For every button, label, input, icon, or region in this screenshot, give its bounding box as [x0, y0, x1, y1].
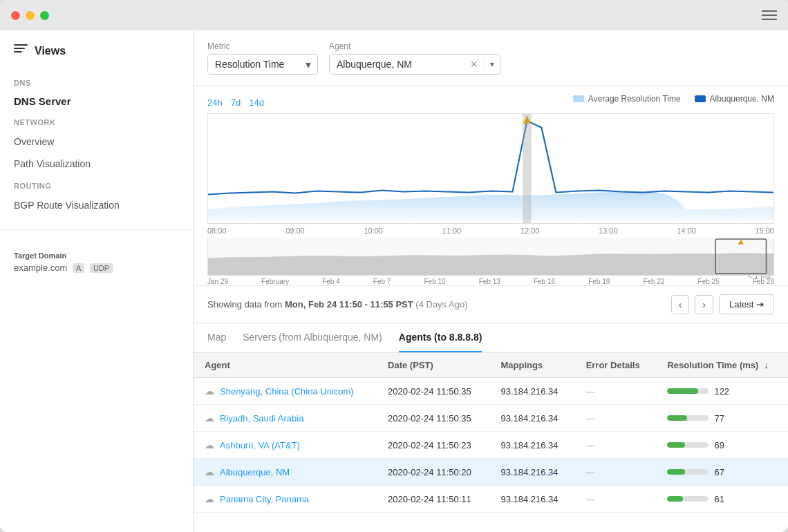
cell-agent-3: ☁ Albuquerque, NM	[194, 459, 377, 486]
mini-x-axis: Jan 29 February Feb 4 Feb 7 Feb 10 Feb 1…	[207, 276, 774, 285]
prev-page-button[interactable]: ‹	[671, 295, 690, 314]
time-controls: 24h 7d 14d	[207, 97, 264, 108]
tab-map[interactable]: Map	[207, 323, 226, 352]
bar-track-1	[667, 415, 709, 421]
target-domain-label: Target Domain	[14, 251, 179, 260]
agent-link-0[interactable]: ☁ Shenyang, China (China Unicom)	[205, 386, 366, 397]
controls-bar: Metric Resolution Time Agent ✕ ▾	[194, 30, 788, 86]
bar-value-2: 69	[714, 440, 724, 450]
main-content: Metric Resolution Time Agent ✕ ▾	[194, 30, 788, 532]
latest-button[interactable]: Latest ⇥	[719, 294, 774, 314]
pagination-bar: Showing data from Mon, Feb 24 11:50 - 11…	[194, 285, 788, 323]
cell-agent-0: ☁ Shenyang, China (China Unicom)	[194, 378, 377, 405]
cell-resolution-3: 67	[656, 459, 788, 486]
badge-a: A	[73, 263, 84, 273]
traffic-lights	[11, 11, 49, 20]
cloud-icon: ☁	[205, 466, 214, 477]
agent-name[interactable]: Albuquerque, NM	[220, 467, 290, 477]
table-header-row: Agent Date (PST) Mappings Error Details …	[194, 353, 788, 378]
svg-marker-3	[738, 239, 744, 245]
agent-link-4[interactable]: ☁ Panama City, Panama	[205, 493, 366, 504]
time-7d[interactable]: 7d	[231, 97, 241, 108]
bar-fill-3	[667, 469, 684, 475]
table-row: ☁ Ashburn, VA (AT&T) 2020-02-24 11:50:23…	[194, 432, 788, 459]
time-14d[interactable]: 14d	[249, 97, 264, 108]
agent-link-2[interactable]: ☁ Ashburn, VA (AT&T)	[205, 439, 366, 450]
agent-name[interactable]: Panama City, Panama	[220, 494, 309, 504]
cloud-icon: ☁	[205, 493, 214, 504]
time-24h[interactable]: 24h	[207, 97, 223, 108]
agent-name[interactable]: Riyadh, Saudi Arabia	[220, 413, 303, 424]
table-row: ☁ Panama City, Panama 2020-02-24 11:50:1…	[194, 486, 788, 513]
agent-name[interactable]: Ashburn, VA (AT&T)	[220, 440, 300, 450]
showing-prefix: Showing data from	[207, 299, 285, 310]
sidebar-item-path-visualization[interactable]: Path Visualization	[0, 153, 193, 175]
cell-error-0: —	[575, 378, 657, 405]
table-row: ☁ Riyadh, Saudi Arabia 2020-02-24 11:50:…	[194, 405, 788, 432]
bar-track-2	[667, 442, 709, 448]
cell-date-1: 2020-02-24 11:50:35	[377, 405, 489, 432]
date-range: Mon, Feb 24 11:50 - 11:55 PST	[285, 299, 413, 310]
cell-mappings-4: 93.184.216.34	[489, 486, 574, 513]
legend-agent-label: Albuquerque, NM	[710, 94, 774, 104]
cell-mappings-0: 93.184.216.34	[489, 378, 574, 405]
sidebar-header: Views	[0, 44, 193, 72]
bar-track-4	[667, 496, 709, 502]
main-chart[interactable]	[207, 113, 774, 224]
bar-fill-4	[667, 496, 683, 502]
chart-wrapper: 70 ms < 1 ms	[207, 113, 774, 285]
agent-name[interactable]: Shenyang, China (China Unicom)	[220, 386, 354, 397]
x-axis-labels: 08:00 09:00 10:00 11:00 12:00 13:00 14:0…	[207, 224, 774, 235]
sidebar: Views DNS DNS Server NETWORK Overview Pa…	[0, 30, 194, 532]
tab-servers[interactable]: Servers (from Albuquerque, NM)	[243, 323, 382, 352]
agent-input[interactable]	[330, 55, 465, 74]
metric-label: Metric	[207, 41, 318, 51]
metric-control: Metric Resolution Time	[207, 41, 318, 75]
cell-resolution-1: 77	[656, 405, 788, 432]
next-page-button[interactable]: ›	[695, 295, 713, 314]
cell-agent-2: ☁ Ashburn, VA (AT&T)	[194, 432, 377, 459]
col-error: Error Details	[575, 353, 657, 378]
metric-select-wrapper: Resolution Time	[207, 54, 318, 75]
sidebar-section-network: NETWORK	[0, 111, 193, 131]
sidebar-item-dns-server[interactable]: DNS Server	[0, 91, 193, 111]
bar-track-3	[667, 469, 709, 475]
bar-value-0: 122	[714, 386, 729, 397]
bar-value-4: 61	[714, 494, 724, 504]
agent-clear-button[interactable]: ✕	[465, 55, 484, 74]
cell-error-4: —	[575, 486, 657, 513]
cloud-icon: ☁	[205, 386, 214, 397]
bar-value-1: 77	[714, 413, 724, 424]
legend-avg-label: Average Resolution Time	[588, 94, 681, 104]
cell-error-3: —	[575, 459, 657, 486]
col-date: Date (PST)	[377, 353, 489, 378]
close-button[interactable]	[11, 11, 20, 20]
agent-link-1[interactable]: ☁ Riyadh, Saudi Arabia	[205, 412, 366, 424]
agent-dropdown-button[interactable]: ▾	[484, 55, 500, 73]
agent-label: Agent	[329, 41, 500, 51]
agent-link-3[interactable]: ☁ Albuquerque, NM	[205, 466, 366, 477]
sidebar-title: Views	[35, 45, 66, 57]
cell-error-1: —	[575, 405, 657, 432]
maximize-button[interactable]	[40, 11, 49, 20]
cell-agent-1: ☁ Riyadh, Saudi Arabia	[194, 405, 377, 432]
bar-value-3: 67	[714, 467, 724, 477]
bar-fill-1	[667, 415, 687, 421]
time-ago: (4 Days Ago)	[415, 299, 467, 310]
hamburger-menu[interactable]	[762, 10, 777, 20]
sidebar-item-overview[interactable]: Overview	[0, 131, 193, 153]
col-resolution[interactable]: Resolution Time (ms) ↓	[656, 353, 788, 378]
mini-chart[interactable]	[207, 238, 774, 276]
sidebar-item-bgp[interactable]: BGP Route Visualization	[0, 194, 193, 216]
metric-select[interactable]: Resolution Time	[207, 54, 318, 75]
data-section: Map Servers (from Albuquerque, NM) Agent…	[194, 323, 788, 532]
tab-agents[interactable]: Agents (to 8.8.8.8)	[399, 323, 482, 352]
cell-date-0: 2020-02-24 11:50:35	[377, 378, 489, 405]
cell-date-2: 2020-02-24 11:50:23	[377, 432, 489, 459]
sidebar-section-routing: ROUTING	[0, 175, 193, 194]
minimize-button[interactable]	[26, 11, 35, 20]
bar-fill-0	[667, 388, 698, 394]
cloud-icon: ☁	[205, 439, 214, 450]
sort-icon: ↓	[764, 360, 769, 370]
cell-resolution-2: 69	[656, 432, 788, 459]
